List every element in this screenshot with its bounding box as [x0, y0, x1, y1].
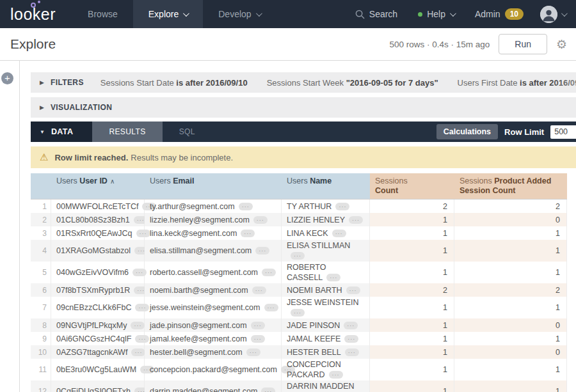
- cell-email[interactable]: noemi.barth@segment.com···: [145, 283, 282, 297]
- column-header-sessions-count[interactable]: SessionsCount: [370, 173, 454, 199]
- cell-menu-icon[interactable]: ···: [251, 335, 265, 343]
- filter-item[interactable]: Users First Date is after 2016/09/10: [458, 78, 576, 88]
- column-header-email[interactable]: Users Email: [145, 173, 282, 199]
- cell-email[interactable]: roberto.cassell@segment.com···: [145, 262, 282, 283]
- cell-name[interactable]: NOEMI BARTH···: [282, 283, 370, 297]
- cell-user-id[interactable]: 0Ai6GNCGszHC4qlF···: [51, 332, 145, 345]
- cell-menu-icon[interactable]: ···: [262, 269, 276, 276]
- cell-user-id[interactable]: 040wGzEivVOVifm6···: [51, 262, 145, 283]
- cell-menu-icon[interactable]: ···: [346, 286, 360, 294]
- column-header-user-id[interactable]: Users User ID∧: [51, 173, 145, 199]
- cell-product-added[interactable]: 1: [454, 332, 567, 345]
- cell-product-added[interactable]: 1: [454, 359, 567, 380]
- data-section-toggle[interactable]: ▼ DATA: [31, 122, 92, 142]
- cell-product-added[interactable]: 1: [454, 226, 567, 240]
- cell-sessions-count[interactable]: 1: [370, 297, 454, 318]
- cell-menu-icon[interactable]: ···: [291, 252, 305, 260]
- run-button[interactable]: Run: [499, 34, 547, 54]
- cell-menu-icon[interactable]: ···: [252, 286, 266, 294]
- cell-name[interactable]: HESTER BELL···: [282, 345, 370, 359]
- cell-name[interactable]: CONCEPCION PACKARD···: [282, 359, 370, 380]
- cell-email[interactable]: jade.pinson@segment.com···: [145, 318, 282, 332]
- cell-user-id[interactable]: 07f8bTSXmRyprb1R···: [51, 283, 145, 297]
- cell-email[interactable]: darrin.madden@segment.com···: [145, 380, 282, 392]
- calculations-button[interactable]: Calculations: [436, 124, 498, 139]
- cell-user-id[interactable]: 09NGVtjPfLPkqxMy···: [51, 318, 145, 332]
- cell-sessions-count[interactable]: 1: [370, 359, 454, 380]
- cell-menu-icon[interactable]: ···: [131, 349, 145, 356]
- cell-user-id[interactable]: 01RSxRrt0QEAwJCq···: [51, 226, 145, 240]
- cell-email[interactable]: jamal.keefe@segment.com···: [145, 332, 282, 345]
- nav-explore[interactable]: Explore: [133, 0, 203, 28]
- filter-item[interactable]: Sessions Start Date is after 2016/09/10: [100, 78, 248, 88]
- cell-sessions-count[interactable]: 2: [370, 283, 454, 297]
- cell-name[interactable]: JESSE WEINSTEIN···: [282, 297, 370, 318]
- visualization-section-label[interactable]: VISUALIZATION: [51, 103, 112, 112]
- cell-menu-icon[interactable]: ···: [239, 203, 253, 210]
- cell-product-added[interactable]: 0: [454, 213, 567, 226]
- cell-user-id[interactable]: 01XRAGoMGstabzol···: [51, 240, 145, 262]
- cell-user-id[interactable]: 09cnEBzzCLKk6FbC···: [51, 297, 145, 318]
- cell-product-added[interactable]: 2: [454, 283, 567, 297]
- cell-menu-icon[interactable]: ···: [326, 274, 340, 281]
- cell-name[interactable]: LINA KECK···: [282, 226, 370, 240]
- cell-name[interactable]: ROBERTO CASSELL···: [282, 262, 370, 283]
- cell-sessions-count[interactable]: 1: [370, 240, 454, 262]
- user-menu[interactable]: [534, 6, 576, 23]
- cell-name[interactable]: DARRIN MADDEN···: [282, 380, 370, 392]
- column-header-product-added[interactable]: Sessions Product Added Session Count: [454, 173, 567, 199]
- cell-product-added[interactable]: 1: [454, 297, 567, 318]
- expand-arrow-icon[interactable]: ▶: [40, 104, 44, 111]
- filters-section-label[interactable]: FILTERS: [51, 78, 84, 87]
- cell-user-id[interactable]: 00MWWFOLRcETcTCf···: [51, 200, 145, 213]
- tab-results[interactable]: RESULTS: [92, 122, 162, 142]
- cell-menu-icon[interactable]: ···: [241, 230, 255, 237]
- nav-browse[interactable]: Browse: [72, 0, 133, 28]
- column-header-name[interactable]: Users Name: [282, 173, 370, 199]
- cell-menu-icon[interactable]: ···: [344, 335, 358, 343]
- cell-product-added[interactable]: 1: [454, 240, 567, 262]
- nav-search[interactable]: Search: [345, 9, 408, 19]
- cell-sessions-count[interactable]: 2: [370, 200, 454, 213]
- cell-menu-icon[interactable]: ···: [345, 349, 359, 356]
- cell-menu-icon[interactable]: ···: [344, 322, 358, 329]
- cell-menu-icon[interactable]: ···: [246, 349, 260, 356]
- filter-item[interactable]: Sessions Start Week "2016-09-05 for 7 da…: [267, 78, 438, 88]
- cell-sessions-count[interactable]: 1: [370, 213, 454, 226]
- tab-sql[interactable]: SQL: [163, 122, 212, 142]
- cell-sessions-count[interactable]: 1: [370, 226, 454, 240]
- cell-sessions-count[interactable]: 1: [370, 318, 454, 332]
- cell-menu-icon[interactable]: ···: [253, 216, 268, 224]
- cell-product-added[interactable]: 1: [454, 262, 567, 283]
- cell-product-added[interactable]: 1: [454, 380, 567, 392]
- cell-menu-icon[interactable]: ···: [255, 247, 269, 255]
- cell-menu-icon[interactable]: ···: [332, 230, 346, 237]
- row-limit-input[interactable]: [550, 125, 576, 139]
- cell-name[interactable]: ELISA STILLMAN···: [282, 240, 370, 262]
- cell-user-id[interactable]: 0bE3ru0WCg5LauWM···: [51, 359, 145, 380]
- cell-user-id[interactable]: 0AZSG7ttagcnkAWf···: [51, 345, 145, 359]
- cell-menu-icon[interactable]: ···: [251, 322, 265, 329]
- cell-user-id[interactable]: 0CqEiDUgSI0OFTxh···: [51, 380, 145, 392]
- nav-admin[interactable]: Admin 10: [465, 8, 534, 20]
- looker-logo[interactable]: looker: [0, 0, 72, 28]
- cell-menu-icon[interactable]: ···: [349, 216, 363, 224]
- expand-arrow-icon[interactable]: ▶: [40, 79, 44, 86]
- cell-email[interactable]: jesse.weinstein@segment.com···: [145, 297, 282, 318]
- cell-sessions-count[interactable]: 1: [370, 262, 454, 283]
- cell-user-id[interactable]: 01CL80b08Sz3Bzh1···: [51, 213, 145, 226]
- cell-sessions-count[interactable]: 1: [370, 332, 454, 345]
- nav-help[interactable]: Help: [408, 9, 465, 19]
- cell-menu-icon[interactable]: ···: [291, 309, 305, 317]
- cell-sessions-count[interactable]: 1: [370, 345, 454, 359]
- cell-email[interactable]: hester.bell@segment.com···: [145, 345, 282, 359]
- cell-email[interactable]: ty.arthur@segment.com···: [145, 200, 282, 213]
- cell-email[interactable]: lina.keck@segment.com···: [145, 226, 282, 240]
- cell-email[interactable]: elisa.stillman@segment.com···: [145, 240, 282, 262]
- cell-name[interactable]: LIZZIE HENLEY···: [282, 213, 370, 226]
- add-field-button[interactable]: +: [1, 72, 13, 84]
- nav-develop[interactable]: Develop: [203, 0, 275, 28]
- gear-icon[interactable]: ⚙: [556, 38, 567, 51]
- cell-name[interactable]: JADE PINSON···: [282, 318, 370, 332]
- cell-name[interactable]: JAMAL KEEFE···: [282, 332, 370, 345]
